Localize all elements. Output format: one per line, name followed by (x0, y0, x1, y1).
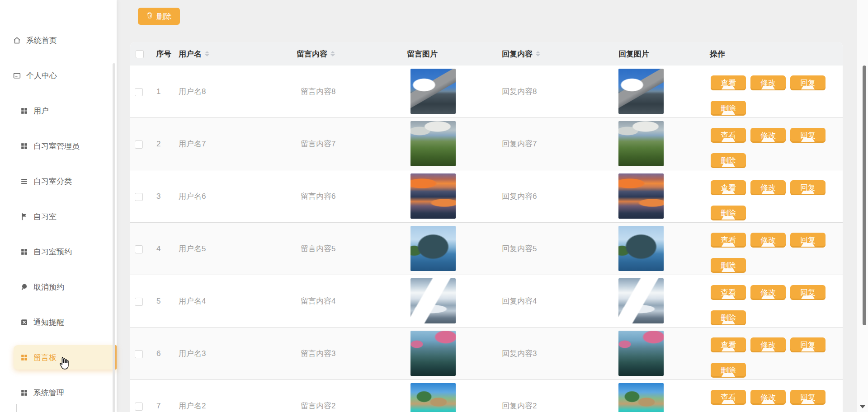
view-button[interactable]: 查看 (711, 285, 746, 300)
sidebar-item-0[interactable]: 系统首页 (0, 23, 117, 58)
sidebar-item-3[interactable]: 自习室管理员 (0, 128, 117, 164)
page-scrollbar-thumb[interactable] (863, 66, 866, 325)
edit-button[interactable]: 修改 (750, 180, 786, 195)
view-button[interactable]: 查看 (711, 75, 746, 90)
reply-button[interactable]: 回复 (790, 233, 826, 248)
reply-content-cell: 回复内容4 (502, 275, 537, 327)
sidebar-item-label: 用户 (33, 106, 49, 116)
action-button-label: 删除 (721, 155, 736, 166)
sidebar-item-4[interactable]: 自习室分类 (0, 164, 117, 199)
sort-caret-icon[interactable] (205, 51, 209, 56)
column-header-3: 留言图片 (407, 42, 438, 66)
select-all-checkbox[interactable] (136, 50, 144, 58)
reply-button[interactable]: 回复 (790, 337, 826, 352)
reply-image-thumbnail[interactable] (618, 121, 664, 166)
reply-button[interactable]: 回复 (790, 390, 826, 405)
delete-button[interactable]: 删除 (711, 206, 746, 220)
row-checkbox[interactable] (135, 140, 143, 149)
view-button[interactable]: 查看 (711, 180, 746, 195)
action-button-label: 修改 (760, 340, 776, 350)
reply-image-thumbnail[interactable] (618, 383, 664, 412)
edit-button[interactable]: 修改 (750, 285, 786, 300)
delete-button[interactable]: 删除 (711, 101, 746, 116)
view-button[interactable]: 查看 (711, 390, 746, 405)
grid-icon (20, 248, 28, 256)
action-button-label: 回复 (800, 183, 816, 193)
message-content-cell: 留言内容5 (301, 223, 335, 275)
action-button-label: 回复 (800, 340, 816, 350)
username-cell: 用户名7 (179, 118, 206, 170)
view-button[interactable]: 查看 (711, 337, 746, 352)
reply-button[interactable]: 回复 (790, 75, 826, 90)
row-checkbox[interactable] (135, 350, 143, 358)
table-body: 1用户名8留言内容8回复内容8查看修改回复删除2用户名7留言内容7回复内容7查看… (130, 66, 843, 412)
reply-button[interactable]: 回复 (790, 285, 826, 300)
column-header-4[interactable]: 回复内容 (502, 42, 540, 66)
row-checkbox[interactable] (135, 193, 143, 201)
reply-image-thumbnail[interactable] (618, 278, 664, 323)
sidebar-item-10[interactable]: 系统管理 (0, 375, 117, 410)
delete-button[interactable]: 删除 (711, 258, 746, 273)
sidebar-item-1[interactable]: 个人中心 (0, 58, 117, 93)
table-row: 3用户名6留言内容6回复内容6查看修改回复删除 (130, 170, 843, 223)
message-image-thumbnail[interactable] (410, 226, 456, 271)
action-button-label: 修改 (760, 78, 776, 88)
sidebar-item-6[interactable]: 自习室预约 (0, 234, 117, 269)
sort-caret-icon[interactable] (536, 51, 540, 56)
sidebar-scrollbar-thumb[interactable] (113, 63, 115, 412)
sidebar-item-5[interactable]: 自习室 (0, 199, 117, 234)
reply-image-thumbnail[interactable] (618, 226, 664, 271)
sidebar-item-label: 自习室管理员 (33, 141, 80, 151)
reply-image-thumbnail[interactable] (618, 331, 664, 376)
message-content-cell: 留言内容7 (301, 118, 335, 170)
action-button-label: 查看 (721, 340, 736, 350)
sort-caret-icon[interactable] (330, 51, 335, 56)
row-checkbox[interactable] (135, 298, 143, 306)
row-index: 3 (156, 170, 160, 222)
reply-image-thumbnail[interactable] (618, 173, 664, 219)
message-image-thumbnail[interactable] (410, 278, 456, 323)
action-button-label: 删除 (721, 365, 736, 375)
reply-content-cell: 回复内容2 (502, 380, 537, 412)
app-window: 系统首页个人中心用户自习室管理员自习室分类自习室自习室预约取消预约通知提醒留言板… (0, 0, 868, 412)
sidebar-item-8[interactable]: 通知提醒 (0, 304, 117, 340)
column-header-2[interactable]: 留言内容 (297, 42, 335, 66)
reply-button[interactable]: 回复 (790, 180, 826, 195)
reply-button[interactable]: 回复 (790, 128, 826, 143)
sidebar-item-2[interactable]: 用户 (0, 93, 117, 128)
row-checkbox[interactable] (135, 245, 143, 253)
edit-button[interactable]: 修改 (750, 75, 786, 90)
reply-content-cell: 回复内容6 (502, 170, 537, 222)
sidebar-item-7[interactable]: 取消预约 (0, 269, 117, 304)
edit-button[interactable]: 修改 (750, 390, 786, 405)
message-image-thumbnail[interactable] (410, 69, 456, 114)
row-checkbox[interactable] (135, 88, 143, 96)
edit-button[interactable]: 修改 (750, 128, 786, 143)
message-image-thumbnail[interactable] (410, 331, 456, 376)
delete-button[interactable]: 删除 (711, 363, 746, 378)
view-button[interactable]: 查看 (711, 128, 746, 143)
edit-button[interactable]: 修改 (750, 233, 786, 248)
column-header-1[interactable]: 用户名 (179, 42, 209, 66)
table-row: 5用户名4留言内容4回复内容4查看修改回复删除 (130, 275, 843, 328)
row-index: 7 (156, 380, 160, 412)
scroll-down-arrow-icon[interactable] (860, 405, 865, 408)
table-row: 1用户名8留言内容8回复内容8查看修改回复删除 (130, 66, 843, 118)
reply-content-cell: 回复内容3 (502, 328, 537, 379)
message-image-thumbnail[interactable] (410, 383, 456, 412)
message-image-thumbnail[interactable] (410, 173, 456, 219)
column-header-6: 操作 (710, 42, 725, 66)
sidebar-item-9[interactable]: 留言板 (0, 340, 117, 375)
message-image-thumbnail[interactable] (410, 121, 456, 166)
delete-button[interactable]: 删除 (711, 153, 746, 168)
delete-button[interactable]: 删除 (711, 310, 746, 325)
bulk-delete-button[interactable]: 删除 (138, 8, 180, 25)
sidebar-menu: 系统首页个人中心用户自习室管理员自习室分类自习室自习室预约取消预约通知提醒留言板… (0, 23, 117, 410)
clipped-submenu-item[interactable] (26, 409, 67, 412)
row-checkbox[interactable] (135, 403, 143, 411)
reply-image-thumbnail[interactable] (618, 69, 664, 114)
reply-content-cell: 回复内容7 (502, 118, 537, 170)
action-button-label: 查看 (721, 287, 736, 298)
view-button[interactable]: 查看 (711, 233, 746, 248)
edit-button[interactable]: 修改 (750, 337, 786, 352)
